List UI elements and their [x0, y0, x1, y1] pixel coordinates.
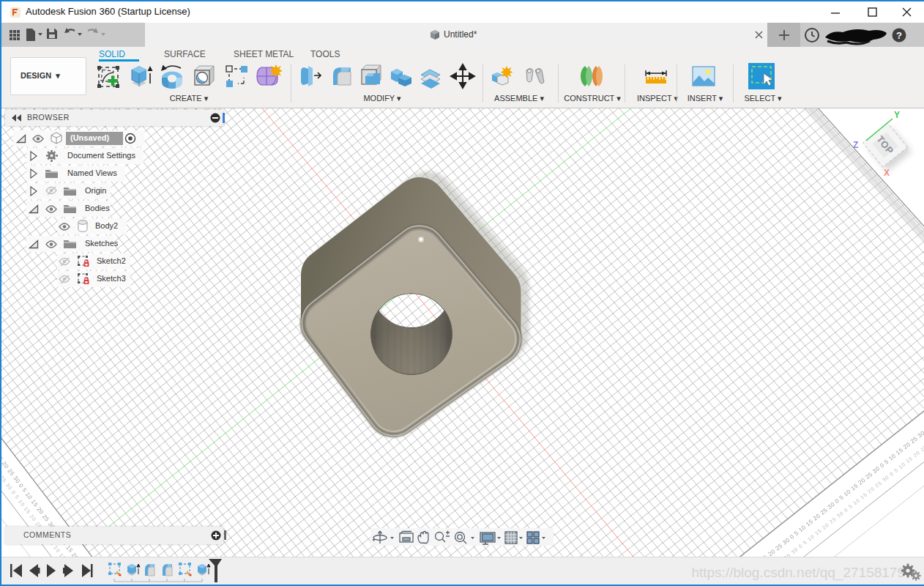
- svg-text:Y: Y: [894, 110, 900, 120]
- svg-text:Z: Z: [853, 140, 858, 150]
- svg-text:?: ?: [896, 30, 902, 41]
- svg-text:X: X: [884, 168, 890, 178]
